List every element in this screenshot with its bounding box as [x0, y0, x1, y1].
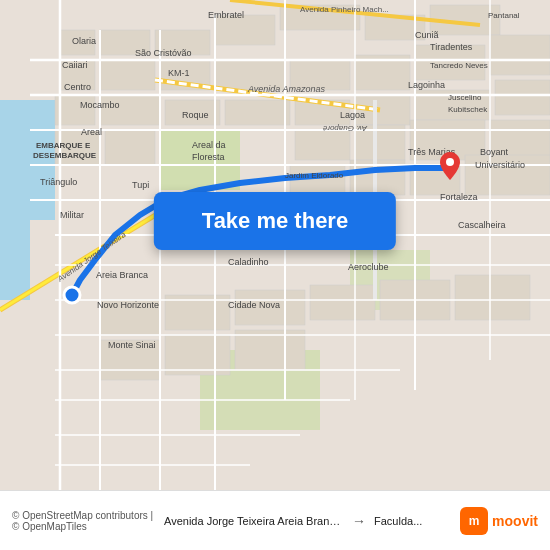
- moovit-logo-letter: m: [469, 514, 480, 528]
- svg-text:Kubitschek: Kubitschek: [448, 105, 488, 114]
- svg-text:Boyant: Boyant: [480, 147, 509, 157]
- svg-text:Cascalheira: Cascalheira: [458, 220, 506, 230]
- route-to: Faculda...: [374, 515, 422, 527]
- svg-text:Embratel: Embratel: [208, 10, 244, 20]
- svg-text:Aeroclube: Aeroclube: [348, 262, 389, 272]
- svg-text:Caiiari: Caiiari: [62, 60, 88, 70]
- svg-text:Floresta: Floresta: [192, 152, 225, 162]
- svg-text:DESEMBARQUE: DESEMBARQUE: [33, 151, 97, 160]
- svg-rect-24: [225, 100, 290, 125]
- svg-rect-2: [0, 100, 55, 220]
- svg-text:Avenida Amazonas: Avenida Amazonas: [247, 84, 326, 94]
- svg-rect-31: [295, 130, 350, 160]
- take-me-there-button[interactable]: Take me there: [154, 192, 396, 250]
- svg-text:Triângulo: Triângulo: [40, 177, 77, 187]
- svg-rect-28: [495, 80, 550, 115]
- svg-text:Mocambo: Mocambo: [80, 100, 120, 110]
- svg-text:Av. Guaporé: Av. Guaporé: [322, 124, 368, 133]
- svg-text:Juscelino: Juscelino: [448, 93, 482, 102]
- svg-text:KM-1: KM-1: [168, 68, 190, 78]
- svg-text:Areia Branca: Areia Branca: [96, 270, 148, 280]
- svg-text:Tupi: Tupi: [132, 180, 149, 190]
- svg-rect-44: [455, 275, 530, 320]
- svg-rect-20: [490, 35, 550, 75]
- moovit-logo: m moovit: [460, 507, 538, 535]
- svg-text:Pantanal: Pantanal: [488, 11, 520, 20]
- svg-text:Militar: Militar: [60, 210, 84, 220]
- svg-text:Novo Horizonte: Novo Horizonte: [97, 300, 159, 310]
- svg-rect-47: [235, 330, 305, 370]
- route-arrow: →: [352, 513, 366, 529]
- svg-text:Caladinho: Caladinho: [228, 257, 269, 267]
- route-info: Avenida Jorge Teixeira Areia Branca Por.…: [164, 513, 452, 529]
- svg-text:Roque: Roque: [182, 110, 209, 120]
- svg-text:Areal da: Areal da: [192, 140, 226, 150]
- svg-point-117: [446, 158, 454, 166]
- svg-text:Lagoa: Lagoa: [340, 110, 365, 120]
- bottom-bar: © OpenStreetMap contributors | © OpenMap…: [0, 490, 550, 550]
- svg-point-116: [64, 287, 80, 303]
- svg-rect-14: [100, 60, 155, 90]
- svg-text:Cidade Nova: Cidade Nova: [228, 300, 280, 310]
- route-from: Avenida Jorge Teixeira Areia Branca Por.…: [164, 515, 344, 527]
- svg-text:EMBARQUE E: EMBARQUE E: [36, 141, 91, 150]
- svg-text:Avenida Pinheiro Mach...: Avenida Pinheiro Mach...: [300, 5, 389, 14]
- svg-rect-42: [310, 285, 375, 320]
- map-container: Embratel Avenida Pinheiro Mach... Pantan…: [0, 0, 550, 490]
- svg-text:Cuniã: Cuniã: [415, 30, 439, 40]
- svg-text:Centro: Centro: [64, 82, 91, 92]
- svg-text:São Cristóvão: São Cristóvão: [135, 48, 192, 58]
- svg-rect-46: [165, 335, 230, 375]
- svg-text:Universitário: Universitário: [475, 160, 525, 170]
- svg-text:Areal: Areal: [81, 127, 102, 137]
- svg-text:Tancredo Neves: Tancredo Neves: [430, 61, 488, 70]
- svg-text:Tiradentes: Tiradentes: [430, 42, 473, 52]
- attribution: © OpenStreetMap contributors | © OpenMap…: [12, 510, 156, 532]
- svg-text:Olaria: Olaria: [72, 36, 96, 46]
- svg-rect-30: [105, 130, 155, 165]
- attribution-text: © OpenStreetMap contributors | © OpenMap…: [12, 510, 153, 532]
- moovit-logo-text: moovit: [492, 513, 538, 529]
- moovit-logo-icon: m: [460, 507, 488, 535]
- svg-text:Monte Sinai: Monte Sinai: [108, 340, 156, 350]
- svg-text:Jardim Eldorado: Jardim Eldorado: [285, 171, 344, 180]
- svg-text:Fortaleza: Fortaleza: [440, 192, 478, 202]
- svg-text:Lagoinha: Lagoinha: [408, 80, 445, 90]
